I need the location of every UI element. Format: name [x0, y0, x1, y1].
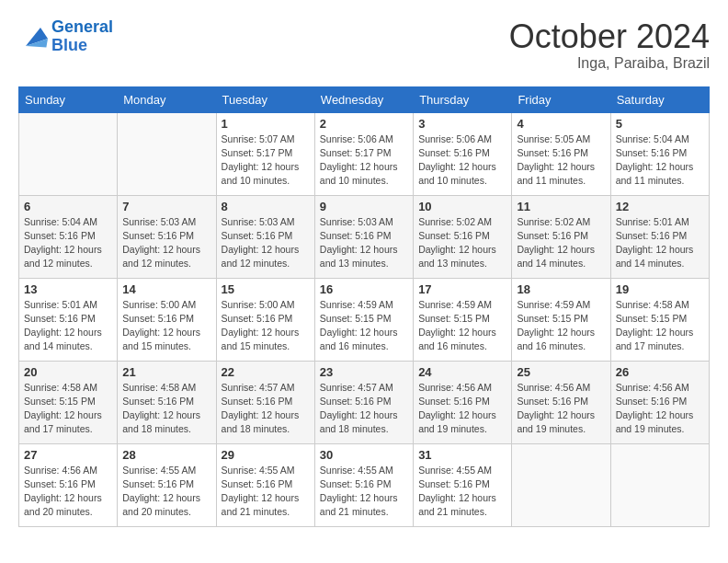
day-number: 25	[517, 365, 605, 379]
day-number: 9	[320, 200, 408, 213]
day-number: 11	[517, 200, 605, 213]
day-number: 27	[24, 448, 112, 462]
day-number: 14	[122, 282, 210, 296]
day-info: Sunrise: 4:56 AMSunset: 5:16 PMDaylight:…	[24, 464, 112, 520]
day-info: Sunrise: 4:56 AMSunset: 5:16 PMDaylight:…	[418, 381, 506, 437]
calendar-week-row: 1Sunrise: 5:07 AMSunset: 5:17 PMDaylight…	[19, 112, 710, 195]
calendar-cell: 2Sunrise: 5:06 AMSunset: 5:17 PMDaylight…	[314, 112, 413, 195]
day-info: Sunrise: 4:55 AMSunset: 5:16 PMDaylight:…	[320, 464, 408, 520]
day-info: Sunrise: 4:55 AMSunset: 5:16 PMDaylight:…	[222, 464, 310, 520]
day-info: Sunrise: 5:04 AMSunset: 5:16 PMDaylight:…	[24, 215, 112, 271]
weekday-header-tuesday: Tuesday	[216, 86, 314, 112]
day-info: Sunrise: 5:02 AMSunset: 5:16 PMDaylight:…	[418, 215, 506, 271]
calendar-cell: 13Sunrise: 5:01 AMSunset: 5:16 PMDayligh…	[19, 278, 118, 361]
calendar-week-row: 13Sunrise: 5:01 AMSunset: 5:16 PMDayligh…	[19, 278, 710, 361]
calendar-cell: 12Sunrise: 5:01 AMSunset: 5:16 PMDayligh…	[610, 195, 709, 278]
calendar-week-row: 6Sunrise: 5:04 AMSunset: 5:16 PMDaylight…	[19, 195, 710, 278]
day-info: Sunrise: 5:06 AMSunset: 5:17 PMDaylight:…	[320, 132, 408, 189]
calendar-cell: 5Sunrise: 5:04 AMSunset: 5:16 PMDaylight…	[610, 112, 709, 195]
day-info: Sunrise: 4:58 AMSunset: 5:16 PMDaylight:…	[122, 381, 210, 437]
calendar-cell: 14Sunrise: 5:00 AMSunset: 5:16 PMDayligh…	[118, 278, 216, 361]
weekday-header-thursday: Thursday	[414, 86, 512, 112]
day-info: Sunrise: 5:03 AMSunset: 5:16 PMDaylight:…	[320, 215, 408, 271]
calendar-cell: 4Sunrise: 5:05 AMSunset: 5:16 PMDaylight…	[512, 112, 610, 195]
day-number: 22	[222, 365, 310, 379]
day-number: 23	[320, 365, 408, 379]
calendar-cell: 31Sunrise: 4:55 AMSunset: 5:16 PMDayligh…	[414, 443, 512, 526]
calendar-header: SundayMondayTuesdayWednesdayThursdayFrid…	[19, 86, 710, 112]
day-number: 15	[222, 282, 310, 296]
day-info: Sunrise: 5:03 AMSunset: 5:16 PMDaylight:…	[122, 215, 210, 271]
logo-icon	[18, 24, 48, 50]
calendar-cell: 6Sunrise: 5:04 AMSunset: 5:16 PMDaylight…	[19, 195, 118, 278]
calendar-cell	[512, 443, 610, 526]
day-info: Sunrise: 5:00 AMSunset: 5:16 PMDaylight:…	[122, 298, 210, 354]
calendar-cell: 19Sunrise: 4:58 AMSunset: 5:15 PMDayligh…	[610, 278, 709, 361]
day-number: 1	[222, 117, 310, 131]
day-number: 20	[24, 365, 112, 379]
day-info: Sunrise: 4:59 AMSunset: 5:15 PMDaylight:…	[517, 298, 605, 354]
calendar-cell: 29Sunrise: 4:55 AMSunset: 5:16 PMDayligh…	[216, 443, 314, 526]
calendar-cell: 9Sunrise: 5:03 AMSunset: 5:16 PMDaylight…	[314, 195, 413, 278]
calendar-cell: 3Sunrise: 5:06 AMSunset: 5:16 PMDaylight…	[414, 112, 512, 195]
calendar-cell	[19, 112, 118, 195]
calendar-week-row: 20Sunrise: 4:58 AMSunset: 5:15 PMDayligh…	[19, 361, 710, 443]
weekday-header-friday: Friday	[512, 86, 610, 112]
weekday-header-sunday: Sunday	[19, 86, 118, 112]
calendar-cell: 28Sunrise: 4:55 AMSunset: 5:16 PMDayligh…	[118, 443, 216, 526]
calendar-cell: 8Sunrise: 5:03 AMSunset: 5:16 PMDaylight…	[216, 195, 314, 278]
day-number: 30	[320, 448, 408, 462]
weekday-header-monday: Monday	[118, 86, 216, 112]
weekday-header-row: SundayMondayTuesdayWednesdayThursdayFrid…	[19, 86, 710, 112]
day-number: 8	[222, 200, 310, 213]
calendar-cell: 24Sunrise: 4:56 AMSunset: 5:16 PMDayligh…	[414, 361, 512, 443]
calendar-cell: 15Sunrise: 5:00 AMSunset: 5:16 PMDayligh…	[216, 278, 314, 361]
calendar-table: SundayMondayTuesdayWednesdayThursdayFrid…	[18, 86, 710, 527]
calendar-cell	[610, 443, 709, 526]
weekday-header-wednesday: Wednesday	[314, 86, 413, 112]
day-number: 16	[320, 282, 408, 296]
day-info: Sunrise: 4:56 AMSunset: 5:16 PMDaylight:…	[616, 381, 704, 437]
logo-blue: Blue	[51, 36, 87, 54]
day-number: 4	[517, 117, 605, 131]
day-number: 24	[418, 365, 506, 379]
day-number: 28	[122, 448, 210, 462]
calendar-cell: 20Sunrise: 4:58 AMSunset: 5:15 PMDayligh…	[19, 361, 118, 443]
day-info: Sunrise: 4:59 AMSunset: 5:15 PMDaylight:…	[320, 298, 408, 354]
calendar-cell: 25Sunrise: 4:56 AMSunset: 5:16 PMDayligh…	[512, 361, 610, 443]
day-number: 6	[24, 200, 112, 213]
weekday-header-saturday: Saturday	[610, 86, 709, 112]
calendar-cell: 1Sunrise: 5:07 AMSunset: 5:17 PMDaylight…	[216, 112, 314, 195]
day-number: 7	[122, 200, 210, 213]
calendar-cell: 16Sunrise: 4:59 AMSunset: 5:15 PMDayligh…	[314, 278, 413, 361]
calendar-week-row: 27Sunrise: 4:56 AMSunset: 5:16 PMDayligh…	[19, 443, 710, 526]
calendar-cell: 27Sunrise: 4:56 AMSunset: 5:16 PMDayligh…	[19, 443, 118, 526]
day-info: Sunrise: 4:55 AMSunset: 5:16 PMDaylight:…	[418, 464, 506, 520]
day-info: Sunrise: 5:01 AMSunset: 5:16 PMDaylight:…	[616, 215, 704, 271]
day-number: 18	[517, 282, 605, 296]
calendar-cell: 22Sunrise: 4:57 AMSunset: 5:16 PMDayligh…	[216, 361, 314, 443]
logo: General Blue	[18, 18, 113, 55]
calendar-body: 1Sunrise: 5:07 AMSunset: 5:17 PMDaylight…	[19, 112, 710, 526]
day-info: Sunrise: 4:56 AMSunset: 5:16 PMDaylight:…	[517, 381, 605, 437]
day-info: Sunrise: 4:58 AMSunset: 5:15 PMDaylight:…	[24, 381, 112, 437]
day-info: Sunrise: 4:55 AMSunset: 5:16 PMDaylight:…	[122, 464, 210, 520]
calendar-cell: 30Sunrise: 4:55 AMSunset: 5:16 PMDayligh…	[314, 443, 413, 526]
day-info: Sunrise: 5:05 AMSunset: 5:16 PMDaylight:…	[517, 132, 605, 189]
day-info: Sunrise: 4:57 AMSunset: 5:16 PMDaylight:…	[320, 381, 408, 437]
calendar-cell: 23Sunrise: 4:57 AMSunset: 5:16 PMDayligh…	[314, 361, 413, 443]
day-number: 21	[122, 365, 210, 379]
day-number: 31	[418, 448, 506, 462]
calendar-cell: 26Sunrise: 4:56 AMSunset: 5:16 PMDayligh…	[610, 361, 709, 443]
calendar-cell: 11Sunrise: 5:02 AMSunset: 5:16 PMDayligh…	[512, 195, 610, 278]
day-number: 13	[24, 282, 112, 296]
calendar-cell: 18Sunrise: 4:59 AMSunset: 5:15 PMDayligh…	[512, 278, 610, 361]
calendar-cell: 7Sunrise: 5:03 AMSunset: 5:16 PMDaylight…	[118, 195, 216, 278]
month-title: October 2024	[509, 18, 710, 55]
day-number: 5	[616, 117, 704, 131]
logo-general: General	[51, 17, 113, 36]
day-info: Sunrise: 5:06 AMSunset: 5:16 PMDaylight:…	[418, 132, 506, 189]
calendar-cell: 21Sunrise: 4:58 AMSunset: 5:16 PMDayligh…	[118, 361, 216, 443]
day-number: 19	[616, 282, 704, 296]
day-number: 29	[222, 448, 310, 462]
